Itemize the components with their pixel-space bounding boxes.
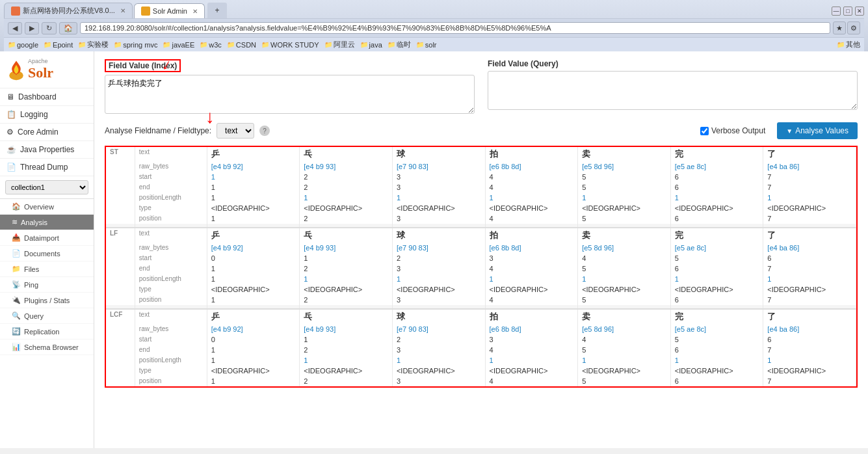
position-length-link[interactable]: 1 xyxy=(304,194,308,202)
table-cell: 乓 xyxy=(300,147,393,161)
collection-select[interactable]: collection1 xyxy=(5,180,88,194)
help-icon[interactable]: ? xyxy=(259,126,270,136)
position-length-link[interactable]: 1 xyxy=(397,194,401,202)
raw-bytes-link[interactable]: [e5 8d 96] xyxy=(582,325,614,333)
bookmark-springmvc[interactable]: spring mvc xyxy=(114,41,157,49)
bookmark-aliyun[interactable]: 阿里云 xyxy=(324,40,355,49)
sidebar-item-javaprops[interactable]: ☕ Java Properties xyxy=(0,141,94,159)
position-length-link[interactable]: 1 xyxy=(490,356,493,364)
tab1-close[interactable]: ✕ xyxy=(120,7,125,14)
raw-bytes-link[interactable]: [e4 b9 92] xyxy=(211,244,243,252)
verbose-checkbox[interactable] xyxy=(700,127,709,135)
raw-bytes-link[interactable]: [e6 8b 8d] xyxy=(490,163,521,170)
raw-bytes-link[interactable]: [e4 b9 93] xyxy=(304,325,335,333)
bookmark-google[interactable]: google xyxy=(8,41,38,49)
position-length-link[interactable]: 1 xyxy=(767,356,771,364)
position-length-link[interactable]: 1 xyxy=(582,356,586,364)
tab2-close[interactable]: ✕ xyxy=(192,8,198,15)
bookmark-solr[interactable]: solr xyxy=(416,41,437,49)
tab-2[interactable]: Solr Admin ✕ xyxy=(134,3,205,18)
sidebar-item-schemabrowser[interactable]: 📊 Schema Browser xyxy=(0,340,94,355)
position-length-link[interactable]: 1 xyxy=(490,275,493,283)
position-length-link[interactable]: 1 xyxy=(767,194,771,202)
bookmark-java[interactable]: java xyxy=(360,41,382,49)
position-length-link[interactable]: 1 xyxy=(582,194,586,202)
sidebar-item-plugins[interactable]: 🔌 Plugins / Stats xyxy=(0,293,94,308)
forward-button[interactable]: ▶ xyxy=(25,22,39,34)
raw-bytes-link[interactable]: [e4 ba 86] xyxy=(767,163,799,170)
raw-bytes-link[interactable]: [e4 ba 86] xyxy=(767,325,799,333)
raw-bytes-link[interactable]: [e7 90 83] xyxy=(397,244,428,252)
ping-label: Ping xyxy=(24,281,38,289)
tab-1[interactable]: 新点网络协同办公系统V8.0... ✕ xyxy=(4,3,133,18)
raw-bytes-link[interactable]: [e4 ba 86] xyxy=(767,244,799,252)
raw-bytes-link[interactable]: [e6 8b 8d] xyxy=(490,244,521,252)
sidebar-item-files[interactable]: 📁 Files xyxy=(0,261,94,277)
sidebar-item-dashboard[interactable]: 🖥 Dashboard xyxy=(0,88,94,106)
position-length-link[interactable]: 1 xyxy=(304,275,308,283)
table-cell: [e4 b9 92] xyxy=(207,324,300,334)
star-button[interactable]: ★ xyxy=(833,21,846,34)
sidebar-item-ping[interactable]: 📡 Ping xyxy=(0,277,94,293)
sidebar-item-dataimport[interactable]: 📥 Dataimport xyxy=(0,230,94,246)
bookmark-workstudy[interactable]: WORK STUDY xyxy=(261,41,319,49)
position-length-link[interactable]: 1 xyxy=(397,275,401,283)
position-length-link[interactable]: 1 xyxy=(490,194,493,202)
address-bar[interactable]: 192.168.199.20:8080/solr/#/collection1/a… xyxy=(80,22,830,34)
sidebar-item-threaddump[interactable]: 📄 Thread Dump xyxy=(0,159,94,176)
field-value-index-input[interactable] xyxy=(105,75,475,114)
table-cell: [e6 8b 8d] xyxy=(485,243,578,253)
fieldtype-select[interactable]: text xyxy=(217,123,254,139)
back-button[interactable]: ◀ xyxy=(8,22,22,34)
documents-icon: 📄 xyxy=(12,249,21,258)
position-length-link[interactable]: 1 xyxy=(675,275,679,283)
sidebar-item-overview[interactable]: 🏠 Overview xyxy=(0,199,94,215)
field-value-query-input[interactable] xyxy=(488,71,858,110)
table-cell: 乒 xyxy=(207,228,300,243)
sidebar-item-analysis[interactable]: ≋ Analysis xyxy=(0,215,94,230)
analyse-values-button[interactable]: Analyse Values xyxy=(777,122,858,139)
position-length-link[interactable]: 1 xyxy=(767,275,771,283)
bookmark-other[interactable]: 其他 xyxy=(837,40,860,49)
position-length-link[interactable]: 1 xyxy=(675,356,679,364)
raw-bytes-link[interactable]: [e5 ae 8c] xyxy=(675,325,706,333)
maximize-btn[interactable]: □ xyxy=(843,7,852,16)
javaprops-icon: ☕ xyxy=(7,145,16,154)
raw-bytes-link[interactable]: [e6 8b 8d] xyxy=(490,325,521,333)
raw-bytes-link[interactable]: [e7 90 83] xyxy=(397,163,428,170)
position-length-link[interactable]: 1 xyxy=(397,356,401,364)
sidebar-item-coreadmin[interactable]: ⚙ Core Admin xyxy=(0,124,94,141)
bookmark-epoint[interactable]: Epoint xyxy=(44,41,73,49)
position-length-link[interactable]: 1 xyxy=(582,275,586,283)
sidebar-item-replication[interactable]: 🔄 Replication xyxy=(0,324,94,340)
raw-bytes-link[interactable]: [e5 ae 8c] xyxy=(675,163,706,170)
section-label-LF xyxy=(106,295,135,305)
close-btn[interactable]: ✕ xyxy=(855,7,864,16)
bookmark-csdn[interactable]: CSDN xyxy=(227,41,256,49)
sidebar-item-logging[interactable]: 📋 Logging xyxy=(0,106,94,124)
raw-bytes-link[interactable]: [e5 ae 8c] xyxy=(675,244,706,252)
home-button[interactable]: 🏠 xyxy=(59,22,77,34)
sidebar-item-query[interactable]: 🔍 Query xyxy=(0,308,94,324)
bookmark-lab[interactable]: 实验楼 xyxy=(78,40,109,49)
position-length-link[interactable]: 1 xyxy=(675,194,679,202)
sidebar-item-documents[interactable]: 📄 Documents xyxy=(0,246,94,261)
raw-bytes-link[interactable]: [e4 b9 92] xyxy=(211,163,243,170)
raw-bytes-link[interactable]: [e4 b9 93] xyxy=(304,244,335,252)
position-length-link[interactable]: 1 xyxy=(304,356,308,364)
bookmark-javaee[interactable]: javaEE xyxy=(163,41,194,49)
new-tab-button[interactable]: + xyxy=(207,3,227,18)
raw-bytes-link[interactable]: [e7 90 83] xyxy=(397,325,428,333)
raw-bytes-link[interactable]: [e5 8d 96] xyxy=(582,244,614,252)
start-link[interactable]: 1 xyxy=(211,173,215,181)
minimize-btn[interactable]: — xyxy=(832,7,841,16)
overview-icon: 🏠 xyxy=(12,202,21,211)
table-cell: 5 xyxy=(578,345,671,355)
bookmark-temp[interactable]: 临时 xyxy=(388,40,411,49)
raw-bytes-link[interactable]: [e4 b9 92] xyxy=(211,325,243,333)
settings-icon[interactable]: ⚙ xyxy=(847,21,860,34)
raw-bytes-link[interactable]: [e4 b9 93] xyxy=(304,163,335,170)
raw-bytes-link[interactable]: [e5 8d 96] xyxy=(582,163,614,170)
refresh-button[interactable]: ↻ xyxy=(42,22,57,34)
bookmark-w3c[interactable]: w3c xyxy=(200,41,222,49)
